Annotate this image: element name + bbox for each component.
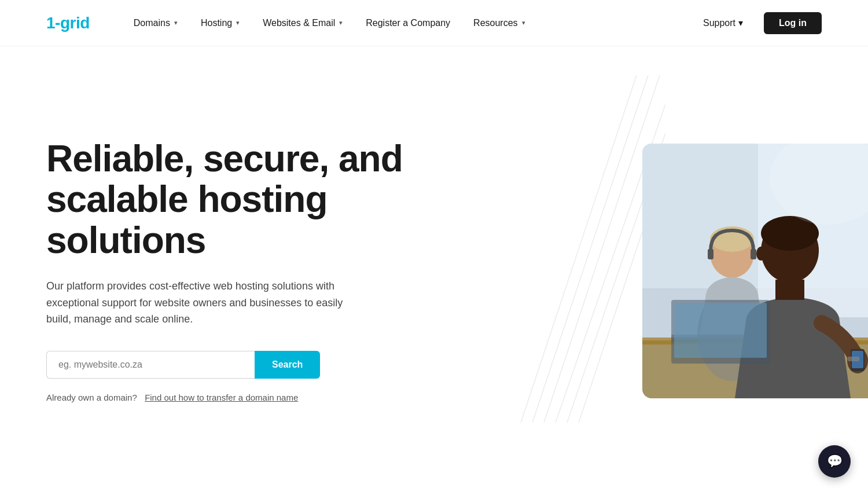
chevron-down-icon: ▾ — [738, 17, 743, 28]
svg-point-23 — [756, 247, 766, 261]
nav-hosting-label: Hosting — [201, 18, 232, 28]
chevron-down-icon: ▾ — [339, 19, 343, 27]
hero-photo-svg — [642, 144, 868, 398]
svg-rect-16 — [751, 249, 756, 259]
nav-item-domains[interactable]: Domains ▾ — [124, 13, 187, 33]
nav-item-hosting[interactable]: Hosting ▾ — [192, 13, 249, 33]
nav-item-websites-email[interactable]: Websites & Email ▾ — [253, 13, 352, 33]
hero-subtitle: Our platform provides cost-effective web… — [46, 278, 370, 328]
svg-rect-25 — [848, 357, 859, 361]
svg-rect-24 — [775, 280, 804, 300]
login-button[interactable]: Log in — [764, 12, 822, 34]
hero-title: Reliable, secure, and scalable hosting s… — [46, 138, 417, 261]
nav-item-register-company[interactable]: Register a Company — [356, 13, 459, 33]
main-nav: 1-grid Domains ▾ Hosting ▾ Websites & Em… — [0, 0, 868, 46]
nav-links: Domains ▾ Hosting ▾ Websites & Email ▾ R… — [124, 13, 694, 33]
logo-text: 1-grid — [46, 14, 90, 32]
nav-resources-label: Resources — [473, 18, 517, 28]
hero-image-area — [608, 46, 868, 495]
nav-support-label: Support — [703, 18, 735, 28]
chat-button[interactable]: 💬 — [818, 445, 851, 478]
transfer-prefix: Already own a domain? — [46, 393, 137, 402]
logo[interactable]: 1-grid — [46, 14, 90, 32]
hero-image — [642, 144, 868, 398]
hero-content: Reliable, secure, and scalable hosting s… — [46, 138, 417, 404]
search-button[interactable]: Search — [255, 351, 320, 379]
nav-register-label: Register a Company — [366, 18, 450, 28]
nav-item-support[interactable]: Support ▾ — [694, 13, 752, 33]
chevron-down-icon: ▾ — [236, 19, 240, 27]
chevron-down-icon: ▾ — [174, 19, 178, 27]
nav-websites-label: Websites & Email — [263, 18, 335, 28]
domain-search-input[interactable] — [46, 351, 255, 379]
nav-domains-label: Domains — [134, 18, 170, 28]
svg-rect-15 — [708, 249, 713, 259]
domain-search-row: Search — [46, 351, 417, 379]
hero-section: Reliable, secure, and scalable hosting s… — [0, 46, 868, 495]
nav-right: Support ▾ Log in — [694, 12, 822, 34]
chevron-down-icon: ▾ — [522, 19, 525, 27]
svg-rect-27 — [674, 303, 767, 358]
nav-item-resources[interactable]: Resources ▾ — [464, 13, 534, 33]
transfer-link[interactable]: Find out how to transfer a domain name — [145, 393, 298, 402]
chat-icon: 💬 — [827, 454, 843, 469]
transfer-info: Already own a domain? Find out how to tr… — [46, 393, 417, 403]
